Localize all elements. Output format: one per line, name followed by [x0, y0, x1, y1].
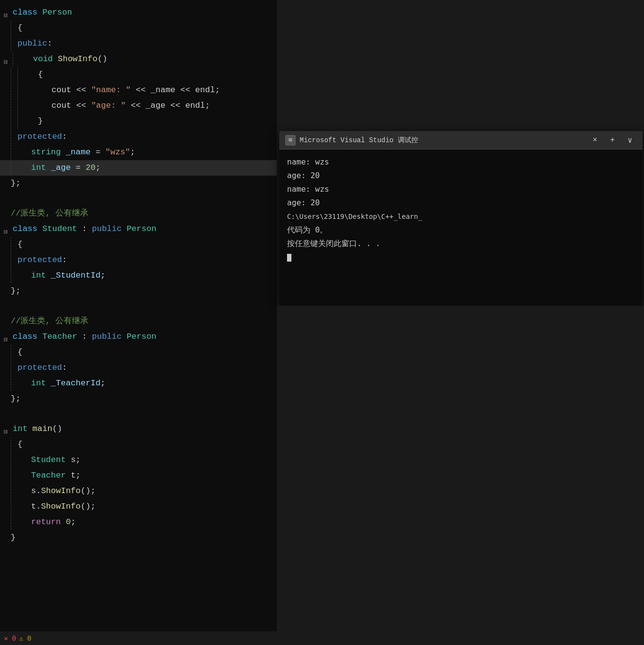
code-line-31: Teacher t; — [0, 468, 277, 483]
right-dark-top — [277, 0, 644, 131]
code-line-34: return 0; — [0, 514, 277, 530]
code-line-32: s.ShowInfo(); — [0, 483, 277, 499]
terminal-output-1: name: wzs — [287, 155, 635, 169]
code-line-24: protected: — [0, 360, 277, 376]
fold-icon-1[interactable]: ⊟ — [4, 9, 12, 17]
fold-icon-28[interactable]: ⊟ — [4, 425, 12, 433]
code-line-17: protected: — [0, 252, 277, 268]
terminal-output-2: age: 20 — [287, 169, 635, 182]
code-line-16: { — [0, 237, 277, 252]
terminal-output-7: 代码为 0。 — [287, 223, 635, 237]
code-line-12: }; — [0, 176, 277, 191]
code-line-26: }; — [0, 391, 277, 407]
terminal-output-4: age: 20 — [287, 196, 635, 210]
terminal-output-3: name: wzs — [287, 182, 635, 196]
code-line-20 — [0, 299, 277, 314]
code-line-19: }; — [0, 283, 277, 299]
terminal-output-6: C:\Users\23119\Desktop\C++_learn_ — [287, 210, 635, 223]
terminal-menu-button[interactable]: ∨ — [623, 133, 637, 147]
code-line-6: cout << "name: " << _name << endl; — [0, 83, 277, 98]
code-line-7: cout << "age: " << _age << endl; — [0, 98, 277, 114]
terminal-output-8: 按任意键关闭此窗口. . . — [287, 237, 635, 250]
warning-icon: ⚠ 0 — [19, 634, 31, 643]
code-line-28: ⊟ int main() — [0, 421, 277, 437]
code-line-33: t.ShowInfo(); — [0, 499, 277, 514]
status-bar: ✕ 0 ⚠ 0 — [0, 631, 277, 645]
code-line-35: } — [0, 530, 277, 546]
code-editor: ⊟ class Person { public: ⊟ void ShowInfo… — [0, 0, 277, 645]
fold-icon-15[interactable]: ⊟ — [4, 225, 12, 233]
code-line-9: protected: — [0, 129, 277, 145]
terminal-body: name: wzs age: 20 name: wzs age: 20 C:\U… — [279, 149, 643, 306]
code-line-5: { — [0, 67, 277, 83]
code-line-29: { — [0, 437, 277, 452]
code-line-3: public: — [0, 36, 277, 51]
code-line-1: ⊟ class Person — [0, 5, 277, 20]
fold-icon-22[interactable]: ⊟ — [4, 333, 12, 341]
terminal-window[interactable]: ⊞ Microsoft Visual Studio 调试控 × + ∨ name… — [279, 131, 643, 306]
code-line-8: } — [0, 114, 277, 129]
code-line-18: int _StudentId; — [0, 268, 277, 283]
code-line-23: { — [0, 345, 277, 360]
terminal-close-button[interactable]: × — [588, 133, 602, 147]
code-line-22: ⊟ class Teacher : public Person — [0, 329, 277, 345]
code-line-4: ⊟ void ShowInfo() — [0, 51, 277, 67]
kw-class-1: class — [13, 5, 42, 20]
code-line-15: ⊟ class Student : public Person — [0, 221, 277, 237]
right-dark-bottom — [277, 306, 644, 645]
code-line-14: //派生类, 公有继承 — [0, 206, 277, 221]
code-line-21: //派生类, 公有继承 — [0, 314, 277, 329]
error-icon: ✕ 0 — [4, 634, 16, 643]
code-line-30: Student s; — [0, 452, 277, 468]
fold-icon-4[interactable]: ⊟ — [4, 55, 12, 63]
code-line-13 — [0, 191, 277, 206]
terminal-cursor-line — [287, 250, 635, 264]
terminal-titlebar: ⊞ Microsoft Visual Studio 调试控 × + ∨ — [279, 131, 643, 149]
terminal-title: Microsoft Visual Studio 调试控 — [300, 136, 584, 145]
code-line-10: string _name = "wzs"; — [0, 145, 277, 160]
terminal-icon: ⊞ — [285, 135, 296, 146]
terminal-cursor — [287, 254, 291, 262]
code-line-25: int _TeacherId; — [0, 376, 277, 391]
code-line-27 — [0, 407, 277, 421]
code-line-11: int _age = 20; — [0, 160, 277, 176]
code-line-2: { — [0, 20, 277, 36]
terminal-add-button[interactable]: + — [606, 133, 619, 147]
